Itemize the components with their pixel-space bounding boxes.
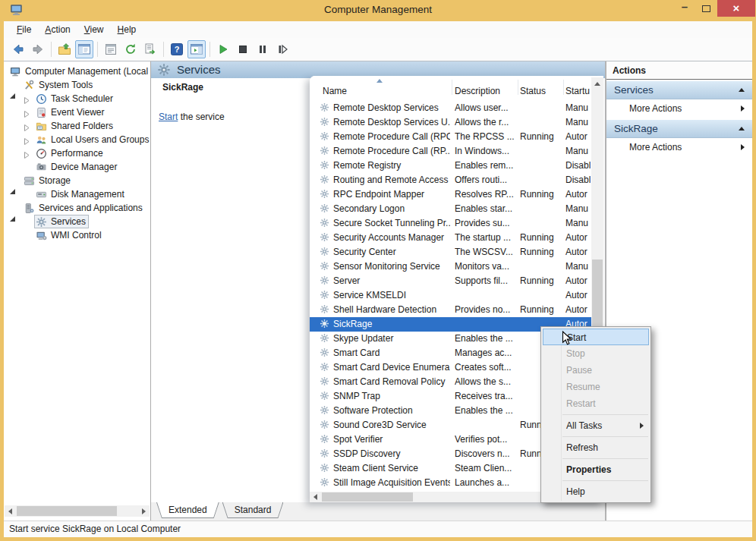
tree-item-content[interactable]: Services (34, 215, 89, 228)
column-separator[interactable] (563, 80, 564, 95)
tree-item-content[interactable]: Event Viewer (34, 105, 107, 119)
context-menu-item-refresh[interactable]: Refresh (541, 439, 650, 456)
close-button[interactable] (717, 0, 755, 17)
tree-item-shared-folders[interactable]: Shared Folders (4, 119, 150, 133)
column-separator[interactable] (452, 80, 452, 95)
toolbar: ? (4, 38, 752, 61)
minimize-button[interactable] (675, 0, 695, 17)
context-menu-item-restart[interactable]: Restart (541, 395, 650, 412)
context-menu-item-properties[interactable]: Properties (541, 461, 650, 478)
service-description-cell: Supports fil... (455, 274, 517, 288)
actions-section-sickrage[interactable]: SickRage (606, 120, 752, 138)
tree-item-services[interactable]: Services (4, 215, 150, 228)
tree-item-content[interactable]: Computer Management (Local (8, 64, 150, 78)
more-actions-sickrage[interactable]: More Actions (606, 138, 752, 157)
back-icon[interactable] (9, 40, 27, 58)
column-header-startu[interactable]: Startu (563, 76, 590, 99)
service-row-routing-and-remote-access[interactable]: >Routing and Remote AccessOffers routi..… (310, 173, 591, 187)
menu-help[interactable]: Help (111, 21, 143, 38)
maximize-button[interactable] (696, 0, 716, 17)
service-row-remote-desktop-services-u[interactable]: >Remote Desktop Services U...Allows the … (310, 115, 591, 130)
tree-item-content[interactable]: Services and Applications (22, 201, 146, 215)
status-bar: Start service SickRage on Local Computer (4, 521, 752, 537)
service-row-rpc-endpoint-mapper[interactable]: >RPC Endpoint MapperResolves RP...Runnin… (310, 187, 591, 202)
collapse-section-icon[interactable] (739, 127, 745, 131)
service-row-secondary-logon[interactable]: >Secondary LogonEnables star...Manu (310, 202, 591, 216)
tree-horizontal-scrollbar[interactable] (5, 505, 150, 517)
service-row-remote-procedure-call-rp[interactable]: >Remote Procedure Call (RP...In Windows.… (310, 144, 591, 159)
scroll-up-icon[interactable] (591, 77, 603, 90)
tree-item-content[interactable]: Disk Management (34, 187, 128, 201)
context-menu-item-resume[interactable]: Resume (541, 379, 650, 395)
tree-item-services-and-applications[interactable]: Services and Applications (4, 201, 150, 215)
tree-item-content[interactable]: System Tools (22, 78, 96, 92)
tree-item-task-scheduler[interactable]: Task Scheduler (4, 92, 150, 105)
actions-section-services[interactable]: Services (606, 81, 752, 99)
service-row-remote-registry[interactable]: >Remote RegistryEnables rem...Disabl (310, 159, 591, 173)
scrollbar-thumb[interactable] (592, 259, 603, 328)
refresh-icon[interactable] (121, 40, 140, 58)
service-row-security-center[interactable]: >Security CenterThe WSCSV...RunningAutor (310, 245, 591, 259)
service-row-remote-desktop-services[interactable]: >Remote Desktop ServicesAllows user...Ma… (310, 101, 591, 115)
service-name-cell: >Secure Socket Tunneling Pr... (320, 216, 450, 231)
menu-action[interactable]: Action (38, 21, 77, 38)
tree-item-system-tools[interactable]: System Tools (4, 78, 150, 92)
tree-item-content[interactable]: WMI Control (34, 228, 105, 242)
start-service-icon[interactable] (214, 40, 232, 58)
service-row-secure-socket-tunneling-pr[interactable]: >Secure Socket Tunneling Pr...Provides s… (310, 216, 591, 231)
scrollbar-thumb[interactable] (322, 492, 413, 502)
tree-item-content[interactable]: Device Manager (34, 160, 120, 174)
tree-item-content[interactable]: Task Scheduler (34, 92, 116, 105)
tree-item-event-viewer[interactable]: Event Viewer (4, 105, 150, 119)
help-icon[interactable]: ? (168, 40, 186, 58)
column-separator[interactable] (518, 80, 518, 95)
show-console-tree-icon[interactable] (75, 40, 93, 58)
service-startup-cell: Manu (565, 101, 591, 115)
scroll-right-icon[interactable] (138, 505, 150, 517)
stop-service-icon[interactable] (234, 40, 252, 58)
service-row-security-accounts-manager[interactable]: >Security Accounts ManagerThe startup ..… (310, 231, 591, 245)
context-menu-item-pause[interactable]: Pause (541, 362, 650, 379)
tree-item-content[interactable]: Shared Folders (34, 119, 116, 133)
pause-service-icon[interactable] (254, 40, 272, 58)
export-list-icon[interactable] (141, 40, 159, 58)
scroll-left-icon[interactable] (5, 505, 16, 517)
column-header-status[interactable]: Status (518, 76, 563, 99)
scrollbar-thumb[interactable] (17, 506, 117, 516)
context-menu-item-stop[interactable]: Stop (541, 345, 650, 362)
tree-item-computer-management-local[interactable]: Computer Management (Local (4, 64, 150, 78)
forward-icon[interactable] (29, 40, 47, 58)
tree-item-content[interactable]: Local Users and Groups (34, 133, 150, 146)
tab-extended[interactable]: Extended (156, 502, 219, 518)
tab-standard[interactable]: Standard (222, 502, 284, 518)
service-row-shell-hardware-detection[interactable]: >Shell Hardware DetectionProvides no...R… (310, 303, 591, 317)
context-menu-item-start[interactable]: Start (543, 329, 649, 345)
menu-view[interactable]: View (77, 21, 111, 38)
start-service-link[interactable]: Start (159, 112, 178, 122)
tree-item-wmi-control[interactable]: WMI Control (4, 228, 150, 242)
sharedfolder-icon (36, 121, 47, 132)
tree-item-content[interactable]: Storage (22, 174, 74, 187)
tree-item-disk-management[interactable]: Disk Management (4, 187, 150, 201)
show-action-pane-icon[interactable] (187, 40, 206, 58)
export-folder-icon[interactable] (55, 40, 74, 58)
properties-icon[interactable] (102, 40, 120, 58)
service-row-sensor-monitoring-service[interactable]: >Sensor Monitoring ServiceMonitors va...… (310, 259, 591, 274)
toolbar-separator (209, 42, 210, 57)
tree-item-storage[interactable]: Storage (4, 174, 150, 187)
service-row-server[interactable]: >ServerSupports fil...RunningAutor (310, 274, 591, 288)
service-row-remote-procedure-call-rpc[interactable]: >Remote Procedure Call (RPC)The RPCSS ..… (310, 130, 591, 144)
tree-item-device-manager[interactable]: Device Manager (4, 160, 150, 174)
tree-item-performance[interactable]: Performance (4, 146, 150, 160)
scroll-left-icon[interactable] (310, 492, 320, 502)
context-menu-item-help[interactable]: Help (541, 483, 650, 500)
restart-service-icon[interactable] (273, 40, 291, 58)
menu-file[interactable]: File (10, 21, 38, 38)
column-header-description[interactable]: Description (452, 76, 518, 99)
tree-item-local-users-and-groups[interactable]: Local Users and Groups (4, 133, 150, 146)
collapse-section-icon[interactable] (739, 88, 745, 92)
tree-item-content[interactable]: Performance (34, 146, 106, 160)
context-menu-item-all-tasks[interactable]: All Tasks (541, 417, 650, 434)
more-actions-services[interactable]: More Actions (606, 99, 752, 118)
service-row-service-kmseldi[interactable]: >Service KMSELDIAutor (310, 288, 591, 303)
